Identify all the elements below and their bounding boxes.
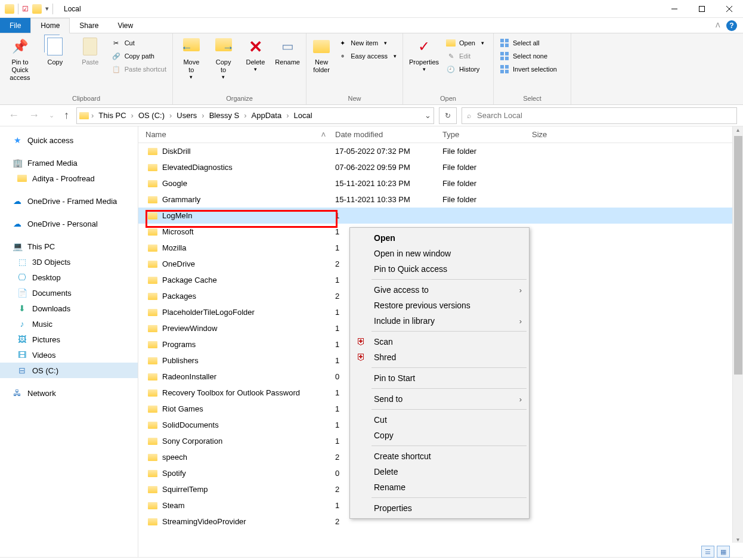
chevron-right-icon[interactable]: ›: [91, 111, 94, 120]
sidebar-quick-access[interactable]: ★Quick access: [0, 132, 138, 148]
qat-dropdown-icon[interactable]: ▾: [45, 5, 49, 13]
select-all-button[interactable]: Select all: [497, 37, 559, 49]
tab-home[interactable]: Home: [30, 18, 70, 33]
qat-properties-icon[interactable]: ☑: [22, 5, 29, 13]
vertical-scrollbar[interactable]: ▴ ▾: [732, 126, 743, 543]
star-icon: ★: [12, 135, 23, 146]
sidebar-this-pc[interactable]: 💻This PC: [0, 239, 138, 254]
qat-open-icon[interactable]: [32, 4, 42, 14]
file-row[interactable]: ElevatedDiagnostics 07-06-2022 09:59 PM …: [138, 159, 743, 175]
tab-share[interactable]: Share: [70, 18, 108, 33]
help-icon[interactable]: ?: [726, 20, 737, 31]
file-row[interactable]: Grammarly 15-11-2021 10:33 PM File folde…: [138, 191, 743, 208]
minimize-button[interactable]: [661, 0, 688, 18]
cm-delete[interactable]: Delete: [350, 464, 529, 479]
sidebar-downloads[interactable]: ⬇Downloads: [0, 301, 138, 316]
sidebar-network[interactable]: 🖧Network: [0, 385, 138, 401]
crumb-appdata[interactable]: AppData: [249, 111, 284, 120]
details-view-button[interactable]: ☰: [701, 546, 714, 558]
crumb-local[interactable]: Local: [291, 111, 314, 120]
open-button[interactable]: Open▾: [444, 37, 487, 49]
copy-button[interactable]: Copy: [39, 35, 72, 69]
paste-shortcut-button[interactable]: 📋Paste shortcut: [109, 63, 169, 75]
recent-dropdown[interactable]: ⌄: [47, 112, 57, 119]
maximize-button[interactable]: [688, 0, 716, 18]
file-row[interactable]: LogMeIn 1: [138, 208, 743, 224]
sidebar-os-c[interactable]: ⊟OS (C:): [0, 363, 138, 378]
pin-to-quick-access-button[interactable]: 📌 Pin to Quick access: [4, 35, 36, 84]
rename-button[interactable]: ▭ Rename: [273, 35, 302, 69]
crumb-thispc[interactable]: This PC: [96, 111, 128, 120]
sidebar-framed-media[interactable]: 🏢Framed Media: [0, 155, 138, 171]
column-date[interactable]: Date modified: [330, 130, 438, 139]
new-folder-button[interactable]: New folder: [310, 35, 333, 76]
cm-rename[interactable]: Rename: [350, 479, 529, 495]
easy-access-button[interactable]: ⚬Easy access▾: [335, 50, 399, 62]
sidebar-pictures[interactable]: 🖼Pictures: [0, 332, 138, 347]
cm-open-new-window[interactable]: Open in new window: [350, 246, 529, 261]
copy-path-button[interactable]: 🔗Copy path: [109, 50, 169, 62]
cm-properties[interactable]: Properties: [350, 500, 529, 516]
navigation-pane[interactable]: ★Quick access 🏢Framed Media Aditya - Pro…: [0, 126, 138, 557]
forward-button[interactable]: →: [26, 109, 42, 122]
column-size[interactable]: Size: [527, 130, 587, 139]
new-item-button[interactable]: ✦New item▾: [335, 37, 399, 49]
up-button[interactable]: ↑: [61, 109, 72, 122]
cm-pin-start[interactable]: Pin to Start: [350, 370, 529, 386]
cm-include-library[interactable]: Include in library›: [350, 313, 529, 329]
sidebar-music[interactable]: ♪Music: [0, 316, 138, 332]
sidebar-3d-objects[interactable]: ⬚3D Objects: [0, 254, 138, 270]
search-input[interactable]: [477, 111, 732, 120]
cm-open[interactable]: Open: [350, 230, 529, 246]
thumbnail-view-button[interactable]: ▦: [717, 546, 730, 558]
scroll-up-icon[interactable]: ▴: [733, 126, 743, 133]
scissors-icon: ✂: [112, 38, 121, 48]
crumb-osc[interactable]: OS (C:): [136, 111, 167, 120]
cm-create-shortcut[interactable]: Create shortcut: [350, 448, 529, 464]
column-type[interactable]: Type: [438, 130, 527, 139]
sidebar-onedrive-personal[interactable]: ☁OneDrive - Personal: [0, 216, 138, 231]
sidebar-aditya[interactable]: Aditya - Proofread: [0, 171, 138, 186]
crumb-users[interactable]: Users: [174, 111, 199, 120]
cut-button[interactable]: ✂Cut: [109, 37, 169, 49]
crumb-user[interactable]: Blessy S: [207, 111, 242, 120]
address-dropdown-icon[interactable]: ⌄: [425, 111, 431, 120]
sidebar-documents[interactable]: 📄Documents: [0, 285, 138, 301]
cm-scan[interactable]: ⛨Scan: [350, 334, 529, 349]
back-button[interactable]: ←: [6, 109, 21, 122]
close-button[interactable]: [716, 0, 743, 18]
sidebar-onedrive-framed[interactable]: ☁OneDrive - Framed Media: [0, 193, 138, 209]
properties-button[interactable]: ✓ Properties▾: [407, 35, 441, 75]
sidebar-videos[interactable]: 🎞Videos: [0, 347, 138, 363]
sidebar-desktop[interactable]: 🖵Desktop: [0, 270, 138, 285]
select-none-button[interactable]: Select none: [497, 50, 559, 62]
scrollbar-thumb[interactable]: [734, 136, 742, 375]
edit-button[interactable]: ✎Edit: [444, 50, 487, 62]
delete-button[interactable]: ✕ Delete▾: [241, 35, 271, 75]
cm-send-to[interactable]: Send to›: [350, 391, 529, 407]
refresh-button[interactable]: ↻: [439, 107, 457, 124]
tab-file[interactable]: File: [0, 18, 30, 33]
copy-to-button[interactable]: → Copy to▾: [209, 35, 239, 82]
cm-cut[interactable]: Cut: [350, 412, 529, 428]
column-name[interactable]: Nameᐱ: [138, 130, 330, 139]
paste-button[interactable]: Paste: [74, 35, 107, 69]
invert-selection-button[interactable]: Invert selection: [497, 63, 559, 75]
delete-x-icon: ✕: [246, 37, 265, 56]
cm-restore-versions[interactable]: Restore previous versions: [350, 298, 529, 313]
cm-copy[interactable]: Copy: [350, 428, 529, 443]
scroll-down-icon[interactable]: ▾: [733, 536, 743, 543]
collapse-ribbon-icon[interactable]: ᐱ: [716, 21, 720, 29]
tab-view[interactable]: View: [108, 18, 143, 33]
cm-shred[interactable]: ⛨Shred: [350, 349, 529, 365]
move-to-button[interactable]: ← Move to▾: [177, 35, 206, 82]
folder-icon: [148, 438, 157, 445]
cm-give-access[interactable]: Give access to›: [350, 282, 529, 298]
breadcrumb-folder-icon: [79, 112, 89, 119]
history-button[interactable]: 🕘History: [444, 63, 487, 75]
file-row[interactable]: DiskDrill 17-05-2022 07:32 PM File folde…: [138, 143, 743, 159]
cm-pin-quick-access[interactable]: Pin to Quick access: [350, 261, 529, 277]
breadcrumb[interactable]: › This PC › OS (C:) › Users › Blessy S ›…: [76, 107, 434, 124]
search-box[interactable]: ⌕: [462, 107, 737, 124]
file-row[interactable]: Google 15-11-2021 10:23 PM File folder: [138, 175, 743, 191]
